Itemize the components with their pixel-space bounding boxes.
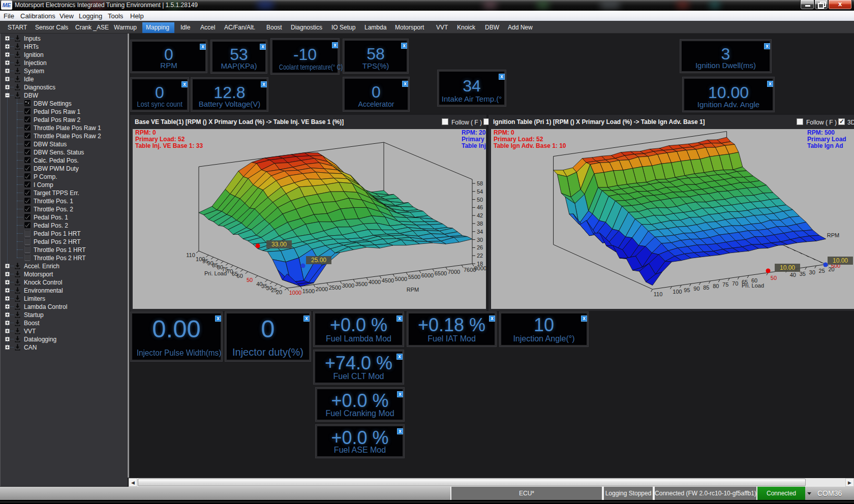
svg-text:75: 75	[722, 281, 728, 288]
svg-text:85: 85	[703, 285, 709, 291]
svg-text:35: 35	[800, 271, 806, 277]
svg-text:10.00: 10.00	[833, 257, 848, 264]
svg-text:30: 30	[477, 237, 483, 243]
svg-text:58: 58	[477, 180, 483, 186]
svg-text:Pri. Load: Pri. Load	[742, 282, 764, 289]
svg-text:RPM: RPM	[827, 232, 839, 238]
svg-text:Table Ign Adv. Base 1: 10: Table Ign Adv. Base 1: 10	[494, 142, 566, 149]
svg-text:1000: 1000	[289, 290, 301, 296]
svg-text:RPM: 0: RPM: 0	[135, 129, 156, 136]
svg-text:5500: 5500	[408, 274, 420, 280]
svg-text:110: 110	[654, 291, 663, 297]
svg-text:42: 42	[477, 212, 483, 218]
svg-text:Primary L: Primary L	[462, 136, 486, 143]
svg-text:30: 30	[809, 269, 815, 275]
svg-text:RPM: 500: RPM: 500	[807, 129, 835, 136]
svg-text:Table Ign Ad: Table Ign Ad	[807, 142, 843, 149]
svg-text:10.00: 10.00	[780, 264, 795, 271]
svg-text:50: 50	[247, 277, 253, 283]
svg-text:2500: 2500	[329, 285, 341, 291]
svg-text:95: 95	[684, 287, 690, 293]
svg-text:4000: 4000	[369, 279, 381, 285]
svg-text:4500: 4500	[382, 277, 394, 284]
svg-text:Primary Load: 52: Primary Load: 52	[494, 136, 543, 143]
svg-text:46: 46	[477, 204, 483, 210]
svg-text:60: 60	[237, 273, 243, 279]
svg-text:80: 80	[713, 283, 719, 289]
svg-text:RPM: 20: RPM: 20	[462, 129, 486, 136]
svg-text:Pri. Load: Pri. Load	[204, 270, 227, 276]
svg-text:33.00: 33.00	[271, 241, 287, 248]
svg-text:70: 70	[732, 280, 738, 287]
svg-text:3000: 3000	[342, 282, 354, 289]
svg-text:6000: 6000	[421, 272, 434, 278]
svg-text:RPM: 0: RPM: 0	[494, 129, 514, 136]
svg-text:1500: 1500	[302, 288, 315, 294]
svg-text:50: 50	[771, 275, 777, 281]
svg-text:Table Inj. VE Base 1: 33: Table Inj. VE Base 1: 33	[135, 142, 203, 149]
svg-text:34: 34	[477, 229, 483, 235]
svg-text:22: 22	[477, 253, 483, 259]
svg-text:26: 26	[477, 244, 483, 250]
svg-text:25.00: 25.00	[311, 257, 326, 264]
svg-text:40: 40	[790, 272, 796, 278]
svg-text:7000: 7000	[448, 269, 460, 275]
svg-text:3500: 3500	[355, 281, 368, 287]
svg-text:Table Inj: Table Inj	[462, 142, 486, 149]
svg-text:Primary Load: Primary Load	[807, 136, 846, 143]
svg-text:20: 20	[276, 289, 282, 295]
svg-text:6500: 6500	[435, 270, 447, 276]
svg-text:8000: 8000	[474, 265, 486, 271]
svg-text:RPM: RPM	[407, 287, 419, 293]
svg-text:25: 25	[819, 268, 825, 274]
svg-text:Primary Load: 52: Primary Load: 52	[135, 136, 185, 143]
svg-text:100: 100	[673, 289, 682, 295]
svg-text:5000: 5000	[395, 276, 407, 282]
svg-text:54: 54	[477, 188, 483, 195]
svg-text:50: 50	[477, 197, 483, 203]
svg-text:2000: 2000	[316, 286, 328, 292]
svg-text:90: 90	[693, 286, 699, 292]
svg-text:38: 38	[477, 220, 483, 227]
svg-text:110: 110	[186, 252, 195, 258]
